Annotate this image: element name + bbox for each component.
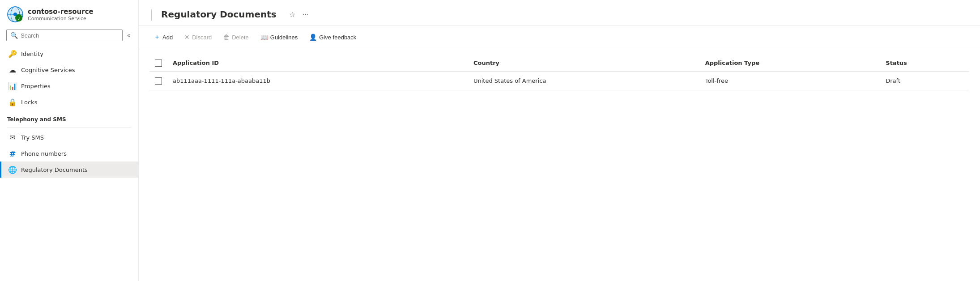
sidebar-item-try-sms[interactable]: ✉️ Try SMS — [0, 129, 138, 145]
regulatory-docs-icon: 🌐 — [9, 166, 17, 174]
locks-icon: 🔒 — [9, 98, 17, 106]
sidebar-item-regulatory-documents[interactable]: 🌐 Regulatory Documents — [0, 162, 138, 178]
main-content: | Regulatory Documents ☆ ··· ＋ Add ✕ Dis… — [139, 0, 980, 281]
feedback-icon: 👤 — [309, 34, 317, 41]
star-icon: ☆ — [289, 10, 295, 19]
sidebar-title-block: contoso-resource Communication Service — [28, 8, 94, 21]
sidebar-item-identity[interactable]: 🔑 Identity — [0, 46, 138, 62]
table-row[interactable]: ab111aaa-1111-111a-abaaba11b United Stat… — [149, 72, 969, 90]
search-input[interactable] — [21, 32, 119, 39]
azure-logo: ✓ — [7, 6, 23, 22]
properties-icon: 📊 — [9, 82, 17, 90]
section-divider — [7, 127, 131, 128]
favorite-button[interactable]: ☆ — [287, 9, 297, 20]
delete-button[interactable]: 🗑 Delete — [219, 31, 253, 43]
table-container: Application ID Country Application Type … — [139, 49, 980, 281]
col-header-app-type: Application Type — [700, 55, 881, 72]
row-select-checkbox[interactable] — [155, 77, 162, 85]
sidebar-item-label-phone-numbers: Phone numbers — [21, 150, 67, 157]
regulatory-documents-table: Application ID Country Application Type … — [149, 55, 969, 90]
resource-subtitle: Communication Service — [28, 16, 94, 21]
telephony-section-label: Telephony and SMS — [0, 110, 138, 125]
cell-status: Draft — [880, 72, 969, 90]
add-label: Add — [162, 34, 173, 41]
delete-icon: 🗑 — [223, 34, 230, 41]
resource-name: contoso-resource — [28, 8, 94, 16]
add-button[interactable]: ＋ Add — [149, 31, 177, 43]
discard-label: Discard — [192, 34, 212, 41]
page-header-actions: ☆ ··· — [287, 9, 310, 20]
sidebar-item-label-identity: Identity — [21, 51, 43, 57]
more-options-button[interactable]: ··· — [301, 9, 310, 19]
identity-icon: 🔑 — [9, 50, 17, 58]
cell-app-id: ab111aaa-1111-111a-abaaba11b — [167, 72, 468, 90]
sidebar-item-label-cognitive-services: Cognitive Services — [21, 67, 75, 73]
feedback-button[interactable]: 👤 Give feedback — [305, 31, 361, 43]
ellipsis-icon: ··· — [303, 10, 308, 18]
col-header-app-id: Application ID — [167, 55, 468, 72]
sidebar-item-locks[interactable]: 🔒 Locks — [0, 94, 138, 110]
select-all-checkbox[interactable] — [155, 60, 162, 67]
cell-country: United States of America — [468, 72, 700, 90]
guidelines-label: Guidelines — [270, 34, 298, 41]
col-header-country: Country — [468, 55, 700, 72]
sidebar-search-row: 🔍 « — [0, 27, 138, 46]
try-sms-icon: ✉️ — [9, 133, 17, 141]
cell-app-type: Toll-free — [700, 72, 881, 90]
delete-label: Delete — [232, 34, 249, 41]
cognitive-services-icon: ☁️ — [9, 66, 17, 74]
sidebar-item-label-locks: Locks — [21, 99, 37, 106]
sidebar: ✓ contoso-resource Communication Service… — [0, 0, 139, 281]
sidebar-item-cognitive-services[interactable]: ☁️ Cognitive Services — [0, 62, 138, 78]
guidelines-button[interactable]: 📖 Guidelines — [256, 31, 302, 43]
phone-numbers-icon: # — [9, 149, 17, 158]
feedback-label: Give feedback — [319, 34, 356, 41]
discard-icon: ✕ — [184, 34, 190, 41]
add-icon: ＋ — [154, 33, 160, 41]
row-checkbox-cell — [149, 72, 167, 90]
svg-text:✓: ✓ — [17, 16, 21, 21]
page-header: | Regulatory Documents ☆ ··· — [139, 0, 980, 26]
table-header-row: Application ID Country Application Type … — [149, 55, 969, 72]
sidebar-item-label-properties: Properties — [21, 83, 51, 89]
sidebar-header: ✓ contoso-resource Communication Service — [0, 0, 138, 27]
sidebar-item-phone-numbers[interactable]: # Phone numbers — [0, 145, 138, 162]
sidebar-item-label-regulatory-documents: Regulatory Documents — [21, 166, 88, 173]
guidelines-icon: 📖 — [260, 34, 268, 41]
col-header-status: Status — [880, 55, 969, 72]
search-icon: 🔍 — [10, 32, 18, 39]
collapse-button[interactable]: « — [125, 30, 132, 40]
page-title: Regulatory Documents — [161, 9, 277, 20]
sidebar-item-label-try-sms: Try SMS — [21, 134, 44, 141]
title-divider: | — [149, 8, 153, 21]
search-box[interactable]: 🔍 — [6, 30, 123, 41]
discard-button[interactable]: ✕ Discard — [180, 31, 216, 43]
toolbar: ＋ Add ✕ Discard 🗑 Delete 📖 Guidelines 👤 … — [139, 26, 980, 49]
select-all-cell — [149, 55, 167, 72]
sidebar-item-properties[interactable]: 📊 Properties — [0, 78, 138, 94]
